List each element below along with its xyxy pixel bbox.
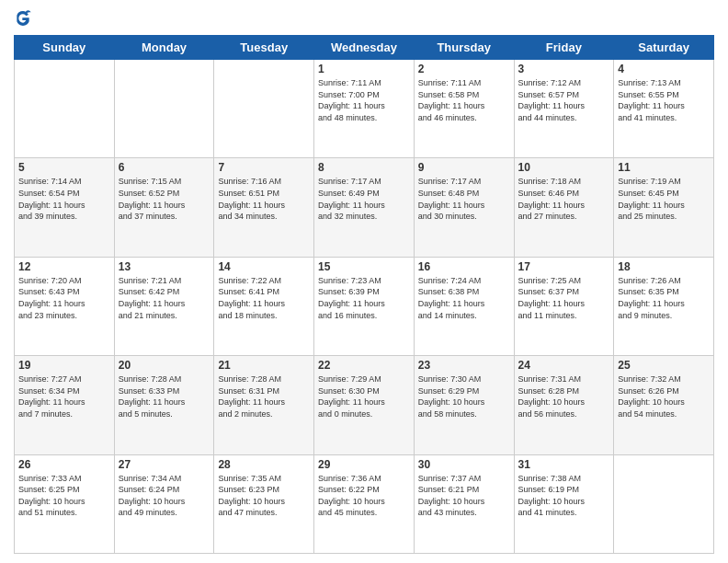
calendar-cell: 9Sunrise: 7:17 AM Sunset: 6:48 PM Daylig…	[414, 158, 514, 257]
calendar-cell: 5Sunrise: 7:14 AM Sunset: 6:54 PM Daylig…	[15, 158, 115, 257]
day-info: Sunrise: 7:34 AM Sunset: 6:24 PM Dayligh…	[119, 473, 210, 519]
weekday-header-monday: Monday	[114, 36, 214, 60]
day-info: Sunrise: 7:21 AM Sunset: 6:42 PM Dayligh…	[119, 275, 210, 321]
day-number: 30	[418, 458, 510, 471]
calendar-week-2: 5Sunrise: 7:14 AM Sunset: 6:54 PM Daylig…	[15, 158, 714, 257]
day-number: 31	[518, 458, 610, 471]
day-number: 3	[518, 63, 610, 75]
calendar-cell: 3Sunrise: 7:12 AM Sunset: 6:57 PM Daylig…	[514, 60, 614, 158]
calendar-cell: 23Sunrise: 7:30 AM Sunset: 6:29 PM Dayli…	[414, 356, 514, 454]
day-number: 26	[18, 458, 110, 471]
day-info: Sunrise: 7:12 AM Sunset: 6:57 PM Dayligh…	[518, 77, 610, 123]
calendar-cell: 12Sunrise: 7:20 AM Sunset: 6:43 PM Dayli…	[15, 257, 115, 355]
calendar-cell: 11Sunrise: 7:19 AM Sunset: 6:45 PM Dayli…	[614, 158, 714, 257]
header	[14, 9, 714, 28]
calendar-cell: 20Sunrise: 7:28 AM Sunset: 6:33 PM Dayli…	[114, 356, 214, 454]
day-info: Sunrise: 7:28 AM Sunset: 6:31 PM Dayligh…	[218, 373, 310, 419]
day-info: Sunrise: 7:11 AM Sunset: 6:58 PM Dayligh…	[418, 77, 510, 123]
calendar-cell: 10Sunrise: 7:18 AM Sunset: 6:46 PM Dayli…	[514, 158, 614, 257]
day-number: 1	[318, 63, 410, 75]
calendar-cell: 22Sunrise: 7:29 AM Sunset: 6:30 PM Dayli…	[314, 356, 415, 454]
day-info: Sunrise: 7:16 AM Sunset: 6:51 PM Dayligh…	[218, 176, 310, 222]
calendar-cell: 15Sunrise: 7:23 AM Sunset: 6:39 PM Dayli…	[314, 257, 415, 355]
day-number: 17	[518, 260, 610, 273]
day-info: Sunrise: 7:25 AM Sunset: 6:37 PM Dayligh…	[518, 275, 610, 321]
calendar-cell: 18Sunrise: 7:26 AM Sunset: 6:35 PM Dayli…	[614, 257, 714, 355]
day-number: 28	[218, 458, 310, 471]
day-number: 23	[418, 359, 510, 372]
weekday-header-wednesday: Wednesday	[314, 36, 415, 60]
calendar-cell: 13Sunrise: 7:21 AM Sunset: 6:42 PM Dayli…	[114, 257, 214, 355]
calendar-cell: 2Sunrise: 7:11 AM Sunset: 6:58 PM Daylig…	[414, 60, 514, 158]
day-number: 24	[518, 359, 610, 372]
calendar-cell: 8Sunrise: 7:17 AM Sunset: 6:49 PM Daylig…	[314, 158, 415, 257]
calendar-cell: 14Sunrise: 7:22 AM Sunset: 6:41 PM Dayli…	[214, 257, 314, 355]
weekday-header-sunday: Sunday	[15, 36, 115, 60]
weekday-header-saturday: Saturday	[614, 36, 714, 60]
weekday-header-friday: Friday	[514, 36, 614, 60]
calendar-cell	[114, 60, 214, 158]
day-info: Sunrise: 7:15 AM Sunset: 6:52 PM Dayligh…	[119, 176, 210, 222]
day-number: 18	[618, 260, 710, 273]
day-number: 25	[618, 359, 710, 372]
day-info: Sunrise: 7:31 AM Sunset: 6:28 PM Dayligh…	[518, 373, 610, 419]
day-number: 14	[218, 260, 310, 273]
day-info: Sunrise: 7:35 AM Sunset: 6:23 PM Dayligh…	[218, 473, 310, 519]
day-number: 9	[418, 161, 510, 174]
calendar-cell: 16Sunrise: 7:24 AM Sunset: 6:38 PM Dayli…	[414, 257, 514, 355]
day-info: Sunrise: 7:23 AM Sunset: 6:39 PM Dayligh…	[318, 275, 410, 321]
calendar-cell: 26Sunrise: 7:33 AM Sunset: 6:25 PM Dayli…	[15, 454, 115, 553]
day-number: 13	[119, 260, 210, 273]
day-info: Sunrise: 7:20 AM Sunset: 6:43 PM Dayligh…	[18, 275, 110, 321]
day-info: Sunrise: 7:33 AM Sunset: 6:25 PM Dayligh…	[18, 473, 110, 519]
calendar-week-4: 19Sunrise: 7:27 AM Sunset: 6:34 PM Dayli…	[15, 356, 714, 454]
calendar-cell: 21Sunrise: 7:28 AM Sunset: 6:31 PM Dayli…	[214, 356, 314, 454]
day-info: Sunrise: 7:18 AM Sunset: 6:46 PM Dayligh…	[518, 176, 610, 222]
day-number: 6	[119, 161, 210, 174]
day-number: 27	[119, 458, 210, 471]
day-info: Sunrise: 7:13 AM Sunset: 6:55 PM Dayligh…	[618, 77, 710, 123]
day-info: Sunrise: 7:38 AM Sunset: 6:19 PM Dayligh…	[518, 473, 610, 519]
day-info: Sunrise: 7:37 AM Sunset: 6:21 PM Dayligh…	[418, 473, 510, 519]
day-info: Sunrise: 7:17 AM Sunset: 6:48 PM Dayligh…	[418, 176, 510, 222]
calendar-cell: 7Sunrise: 7:16 AM Sunset: 6:51 PM Daylig…	[214, 158, 314, 257]
day-number: 19	[18, 359, 110, 372]
calendar-cell: 6Sunrise: 7:15 AM Sunset: 6:52 PM Daylig…	[114, 158, 214, 257]
calendar-cell: 4Sunrise: 7:13 AM Sunset: 6:55 PM Daylig…	[614, 60, 714, 158]
day-info: Sunrise: 7:14 AM Sunset: 6:54 PM Dayligh…	[18, 176, 110, 222]
calendar-cell: 25Sunrise: 7:32 AM Sunset: 6:26 PM Dayli…	[614, 356, 714, 454]
day-number: 20	[119, 359, 210, 372]
calendar-cell: 30Sunrise: 7:37 AM Sunset: 6:21 PM Dayli…	[414, 454, 514, 553]
day-info: Sunrise: 7:22 AM Sunset: 6:41 PM Dayligh…	[218, 275, 310, 321]
day-info: Sunrise: 7:36 AM Sunset: 6:22 PM Dayligh…	[318, 473, 410, 519]
day-info: Sunrise: 7:17 AM Sunset: 6:49 PM Dayligh…	[318, 176, 410, 222]
day-info: Sunrise: 7:28 AM Sunset: 6:33 PM Dayligh…	[119, 373, 210, 419]
calendar-cell: 29Sunrise: 7:36 AM Sunset: 6:22 PM Dayli…	[314, 454, 415, 553]
calendar-week-1: 1Sunrise: 7:11 AM Sunset: 7:00 PM Daylig…	[15, 60, 714, 158]
day-number: 22	[318, 359, 410, 372]
calendar-cell: 24Sunrise: 7:31 AM Sunset: 6:28 PM Dayli…	[514, 356, 614, 454]
day-number: 29	[318, 458, 410, 471]
day-number: 8	[318, 161, 410, 174]
weekday-header-row: SundayMondayTuesdayWednesdayThursdayFrid…	[15, 36, 714, 60]
day-info: Sunrise: 7:19 AM Sunset: 6:45 PM Dayligh…	[618, 176, 710, 222]
calendar-cell: 31Sunrise: 7:38 AM Sunset: 6:19 PM Dayli…	[514, 454, 614, 553]
calendar-week-3: 12Sunrise: 7:20 AM Sunset: 6:43 PM Dayli…	[15, 257, 714, 355]
day-info: Sunrise: 7:27 AM Sunset: 6:34 PM Dayligh…	[18, 373, 110, 419]
day-info: Sunrise: 7:24 AM Sunset: 6:38 PM Dayligh…	[418, 275, 510, 321]
day-number: 15	[318, 260, 410, 273]
calendar-cell: 17Sunrise: 7:25 AM Sunset: 6:37 PM Dayli…	[514, 257, 614, 355]
day-info: Sunrise: 7:29 AM Sunset: 6:30 PM Dayligh…	[318, 373, 410, 419]
calendar-cell	[15, 60, 115, 158]
calendar-week-5: 26Sunrise: 7:33 AM Sunset: 6:25 PM Dayli…	[15, 454, 714, 553]
day-number: 12	[18, 260, 110, 273]
page: SundayMondayTuesdayWednesdayThursdayFrid…	[0, 0, 728, 563]
calendar-cell: 28Sunrise: 7:35 AM Sunset: 6:23 PM Dayli…	[214, 454, 314, 553]
calendar-cell	[214, 60, 314, 158]
day-number: 5	[18, 161, 110, 174]
calendar-cell: 27Sunrise: 7:34 AM Sunset: 6:24 PM Dayli…	[114, 454, 214, 553]
day-number: 4	[618, 63, 710, 75]
logo	[14, 9, 36, 28]
day-number: 7	[218, 161, 310, 174]
logo-icon	[14, 9, 32, 28]
